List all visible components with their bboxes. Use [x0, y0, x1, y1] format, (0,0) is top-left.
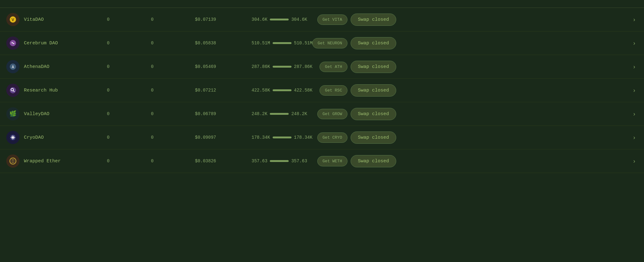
dao-icon-athenadao: A [6, 60, 19, 73]
price-valleydao: $0.06789 [195, 111, 252, 116]
dao-name-wrappedether: Wrapped Ether [24, 159, 61, 164]
balance-athenadao: 0 [107, 64, 151, 69]
expand-button-valleydao[interactable]: › [631, 109, 638, 119]
action-cell-valleydao: Get GROW Swap closed [340, 108, 396, 120]
swapped-to-athenadao: 287.86K [294, 64, 313, 69]
table-row: V VitaDAO 0 0 $0.07139 304.6K 304.6K Get… [0, 8, 644, 31]
swapped-to-researchhub: 422.58K [294, 88, 313, 93]
action-cell-cerebrumdao: Get NEURON Swap closed [340, 37, 396, 49]
swaps-valleydao: 0 [151, 111, 195, 116]
dao-icon-valleydao: 🌿 [6, 107, 19, 120]
expand-button-researchhub[interactable]: › [631, 86, 638, 95]
progress-bar-cryodao [273, 137, 291, 138]
progress-bar-wrappedether [270, 160, 289, 162]
swapped-from-researchhub: 422.58K [252, 88, 270, 93]
progress-fill-vitadao [270, 19, 289, 20]
table-body: V VitaDAO 0 0 $0.07139 304.6K 304.6K Get… [0, 8, 644, 173]
progress-bar-athenadao [273, 66, 291, 68]
progress-bar-vitadao [270, 19, 289, 20]
get-button-cryodao[interactable]: Get CRYO [317, 132, 347, 143]
dao-name-vitadao: VitaDAO [24, 17, 44, 22]
price-vitadao: $0.07139 [195, 17, 252, 22]
swap-closed-button-cerebrumdao[interactable]: Swap closed [351, 37, 396, 49]
get-button-athenadao[interactable]: Get ATH [319, 62, 347, 72]
price-cerebrumdao: $0.05838 [195, 41, 252, 46]
swap-closed-button-cryodao[interactable]: Swap closed [351, 131, 396, 144]
expand-button-cryodao[interactable]: › [631, 133, 638, 142]
dao-name-cryodao: CryoDAO [24, 135, 44, 140]
swapped-from-cerebrumdao: 510.51M [252, 41, 270, 46]
price-athenadao: $0.05469 [195, 64, 252, 69]
expand-cell-wrappedether: › [396, 157, 638, 166]
expand-button-cerebrumdao[interactable]: › [631, 39, 638, 48]
swapped-from-athenadao: 287.86K [252, 64, 270, 69]
swap-closed-button-athenadao[interactable]: Swap closed [351, 61, 396, 73]
swapped-from-wrappedether: 357.63 [252, 159, 267, 164]
dao-name-researchhub: Research Hub [24, 88, 58, 93]
swap-closed-button-researchhub[interactable]: Swap closed [351, 84, 396, 97]
dao-icon-researchhub [6, 84, 19, 97]
expand-cell-valleydao: › [396, 109, 638, 119]
dao-icon-cryodao [6, 131, 19, 144]
svg-text:A: A [12, 65, 14, 70]
progress-bar-valleydao [270, 113, 289, 115]
svg-text:Ξ: Ξ [12, 159, 14, 164]
expand-button-wrappedether[interactable]: › [631, 157, 638, 166]
action-cell-vitadao: Get VITA Swap closed [340, 14, 396, 26]
get-button-cerebrumdao[interactable]: Get NEURON [312, 38, 347, 48]
dao-cell-cerebrumdao: Cerebrum DAO [6, 36, 107, 50]
table-header [0, 0, 644, 8]
swap-closed-button-wrappedether[interactable]: Swap closed [351, 155, 396, 167]
swap-closed-button-valleydao[interactable]: Swap closed [351, 108, 396, 120]
price-wrappedether: $0.03826 [195, 159, 252, 164]
dao-table: V VitaDAO 0 0 $0.07139 304.6K 304.6K Get… [0, 0, 644, 173]
dao-cell-athenadao: A AthenaDAO [6, 60, 107, 73]
expand-cell-cryodao: › [396, 133, 638, 142]
dao-cell-valleydao: 🌿 ValleyDAO [6, 107, 107, 120]
table-row: Ξ Wrapped Ether 0 0 $0.03826 357.63 357.… [0, 149, 644, 173]
swapped-from-vitadao: 304.6K [252, 17, 267, 22]
svg-point-5 [10, 87, 16, 93]
table-row: CryoDAO 0 0 $0.09097 178.34K 178.34K Get… [0, 126, 644, 149]
table-row: Research Hub 0 0 $0.07212 422.58K 422.58… [0, 79, 644, 102]
swapped-to-wrappedether: 357.63 [291, 159, 307, 164]
balance-researchhub: 0 [107, 88, 151, 93]
balance-cerebrumdao: 0 [107, 41, 151, 46]
expand-cell-cerebrumdao: › [396, 39, 638, 48]
expand-button-athenadao[interactable]: › [631, 62, 638, 71]
progress-fill-cryodao [273, 137, 291, 138]
expand-button-vitadao[interactable]: › [631, 15, 638, 24]
get-button-researchhub[interactable]: Get RSC [319, 85, 347, 96]
swaps-cerebrumdao: 0 [151, 41, 195, 46]
progress-fill-athenadao [273, 66, 291, 68]
get-button-wrappedether[interactable]: Get WETH [317, 156, 347, 166]
dao-icon-cerebrumdao [6, 36, 19, 50]
swaps-athenadao: 0 [151, 64, 195, 69]
expand-cell-athenadao: › [396, 62, 638, 71]
progress-fill-researchhub [273, 89, 291, 91]
dao-name-valleydao: ValleyDAO [24, 111, 49, 117]
dao-icon-wrappedether: Ξ [6, 154, 19, 168]
swapped-to-cryodao: 178.34K [294, 135, 313, 140]
get-button-valleydao[interactable]: Get GROW [317, 109, 347, 119]
table-row: Cerebrum DAO 0 0 $0.05838 510.51M 510.51… [0, 31, 644, 55]
balance-vitadao: 0 [107, 17, 151, 22]
swapped-to-cerebrumdao: 510.51M [294, 41, 313, 46]
table-row: 🌿 ValleyDAO 0 0 $0.06789 248.2K 248.2K G… [0, 102, 644, 126]
get-button-vitadao[interactable]: Get VITA [317, 14, 347, 25]
dao-cell-wrappedether: Ξ Wrapped Ether [6, 154, 107, 168]
price-researchhub: $0.07212 [195, 88, 252, 93]
expand-cell-vitadao: › [396, 15, 638, 24]
price-cryodao: $0.09097 [195, 135, 252, 140]
swapped-to-vitadao: 304.6K [291, 17, 307, 22]
swaps-researchhub: 0 [151, 88, 195, 93]
progress-bar-researchhub [273, 89, 291, 91]
action-cell-athenadao: Get ATH Swap closed [340, 61, 396, 73]
swaps-wrappedether: 0 [151, 159, 195, 164]
dao-cell-cryodao: CryoDAO [6, 131, 107, 144]
swap-closed-button-vitadao[interactable]: Swap closed [351, 14, 396, 26]
balance-cryodao: 0 [107, 135, 151, 140]
dao-name-cerebrumdao: Cerebrum DAO [24, 41, 58, 46]
table-row: A AthenaDAO 0 0 $0.05469 287.86K 287.86K… [0, 55, 644, 79]
swapped-from-valleydao: 248.2K [252, 111, 267, 116]
